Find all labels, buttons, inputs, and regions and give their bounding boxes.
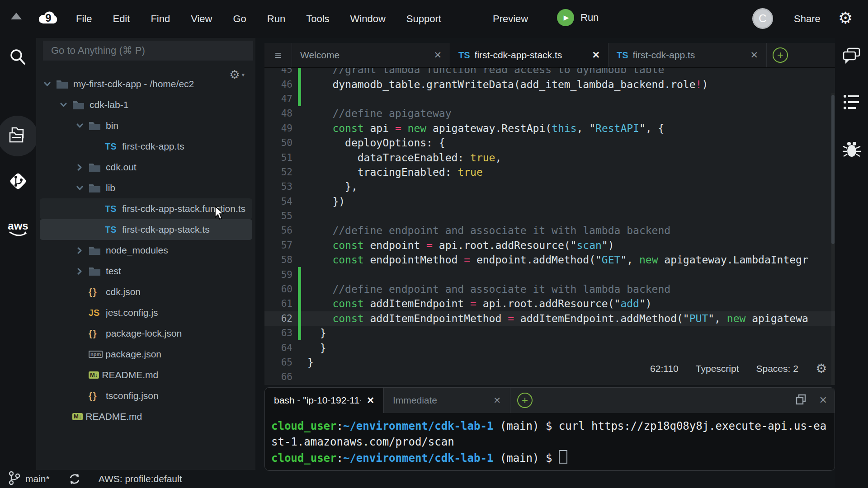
code-editor[interactable]: 45 //grant lambda function read access t… [264, 68, 835, 385]
close-panel-icon[interactable]: ✕ [819, 394, 827, 406]
run-button[interactable]: ▶ Run [557, 9, 599, 26]
line-number: 46 [264, 79, 298, 90]
tab-first-cdk-app-ts[interactable]: TSfirst-cdk-app.ts✕ [609, 43, 767, 67]
code-line-63: 63 } [264, 326, 835, 340]
git-change-bar [298, 77, 301, 91]
terminal-output[interactable]: cloud_user:~/environment/cdk-lab-1 (main… [265, 413, 835, 471]
menu-file[interactable]: File [76, 13, 92, 25]
tree-item-bin[interactable]: bin [40, 115, 252, 136]
line-number: 63 [264, 328, 298, 338]
terminal-panel: bash - "ip-10-192-11-216.✕Immediate✕+ ✕ … [264, 387, 835, 471]
chevron-right-icon[interactable] [76, 164, 89, 171]
chevron-down-icon[interactable] [43, 80, 56, 88]
git-branch-indicator[interactable]: main* [7, 470, 50, 488]
terminal-tab-bash-ip-10-192-11-216[interactable]: bash - "ip-10-192-11-216.✕ [265, 388, 384, 413]
new-terminal-button[interactable]: + [510, 388, 539, 413]
tree-item-first-cdk-app-ts[interactable]: TSfirst-cdk-app.ts [40, 136, 252, 157]
menu-edit[interactable]: Edit [113, 13, 130, 25]
collaborate-chat-icon[interactable] [835, 46, 868, 67]
scrollbar-thumb[interactable] [831, 95, 835, 244]
chevron-right-icon[interactable] [76, 267, 89, 275]
tree-item-label: lib [106, 183, 115, 193]
project-settings-gear-icon[interactable]: ⚙▾ [229, 68, 245, 82]
terminal-tab-immediate[interactable]: Immediate✕ [384, 388, 510, 413]
share-button[interactable]: Share [794, 13, 821, 25]
preferences-gear-icon[interactable]: ⚙ [838, 10, 853, 26]
menu-window[interactable]: Window [350, 13, 386, 25]
tab-label: Welcome [300, 50, 429, 61]
collapse-menubar-icon[interactable] [11, 13, 22, 19]
tree-item-readme-md[interactable]: M↓README.md [40, 365, 252, 385]
close-tab-icon[interactable]: ✕ [750, 50, 758, 61]
code-line-45: 45 //grant lambda function read access t… [264, 68, 835, 77]
cursor-position[interactable]: 62:110 [650, 363, 679, 374]
menu-run[interactable]: Run [267, 13, 285, 25]
tree-item-label: first-cdk-app-stack.function.ts [122, 203, 245, 214]
close-tab-icon[interactable]: ✕ [493, 395, 501, 406]
preview-button[interactable]: Preview [493, 13, 528, 25]
tree-item-my-first-cdk-app-home-ec2[interactable]: my-first-cdk-app - /home/ec2 [40, 74, 252, 94]
editor-scrollbar[interactable] [831, 93, 835, 385]
code-line-46: 46 dynamodb_table.grantWriteData(add_ite… [264, 77, 835, 91]
chevron-down-icon[interactable] [76, 184, 89, 192]
tab-list-menu-icon[interactable]: ≡ [264, 43, 292, 67]
close-tab-icon[interactable]: ✕ [592, 50, 600, 61]
tab-label: first-cdk-app-stack.ts [475, 50, 588, 61]
outline-list-icon[interactable] [835, 92, 868, 112]
aws-profile-status[interactable]: AWS: profile:default [99, 474, 182, 484]
menu-go[interactable]: Go [233, 13, 246, 25]
code-text: }) [301, 196, 345, 207]
cloud9-logo-icon[interactable]: 9 [37, 7, 61, 29]
markdown-icon: M↓ [72, 413, 83, 420]
file-explorer-icon[interactable] [0, 125, 36, 146]
search-icon[interactable] [0, 47, 36, 68]
maximize-panel-icon[interactable] [795, 393, 807, 408]
git-icon[interactable] [0, 170, 36, 192]
code-text: //define endpoint and associate it with … [301, 225, 670, 236]
tab-welcome[interactable]: Welcome✕ [292, 43, 450, 67]
menu-support[interactable]: Support [406, 13, 441, 25]
line-number: 53 [264, 181, 298, 192]
tree-item-jest-config-js[interactable]: JSjest.config.js [40, 302, 252, 323]
tree-item-readme-md[interactable]: M↓README.md [40, 406, 252, 427]
indent-setting[interactable]: Spaces: 2 [756, 363, 798, 374]
menu-tools[interactable]: Tools [306, 13, 329, 25]
tree-item-cdk-lab-1[interactable]: cdk-lab-1 [40, 94, 252, 115]
close-tab-icon[interactable]: ✕ [434, 50, 442, 61]
line-number: 58 [264, 254, 298, 265]
aws-icon[interactable]: aws [0, 218, 36, 240]
avatar[interactable]: C [752, 8, 773, 29]
tree-item-node-modules[interactable]: node_modules [40, 240, 252, 261]
chevron-down-icon[interactable] [60, 101, 72, 109]
close-tab-icon[interactable]: ✕ [367, 395, 374, 406]
tree-item-package-json[interactable]: npmpackage.json [40, 344, 252, 365]
goto-anything-input[interactable] [43, 41, 253, 61]
debugger-bug-icon[interactable] [835, 138, 868, 159]
git-change-bar [298, 326, 301, 340]
editor-settings-gear-icon[interactable]: ⚙ [816, 362, 827, 375]
sync-icon[interactable] [67, 471, 82, 487]
tab-first-cdk-app-stack-ts[interactable]: TSfirst-cdk-app-stack.ts✕ [450, 43, 609, 67]
code-text: const addItemEndpoint = api.root.addReso… [301, 298, 652, 310]
code-line-59: 59 [264, 267, 835, 282]
tree-item-tsconfig-json[interactable]: {}tsconfig.json [40, 385, 252, 406]
menu-view[interactable]: View [191, 13, 212, 25]
line-number: 47 [264, 94, 298, 104]
code-text: }, [301, 181, 358, 192]
new-tab-button[interactable]: + [767, 43, 794, 67]
chevron-down-icon[interactable] [76, 122, 89, 130]
line-number: 45 [264, 68, 298, 75]
tree-item-test[interactable]: test [40, 261, 252, 282]
plus-icon: + [773, 47, 788, 63]
tree-item-label: node_modules [106, 245, 168, 256]
folder-icon [56, 79, 73, 89]
folder-icon [89, 183, 106, 193]
chevron-right-icon[interactable] [76, 247, 89, 254]
menu-find[interactable]: Find [151, 13, 170, 25]
tree-item-cdk-out[interactable]: cdk.out [40, 157, 252, 178]
tree-item-lib[interactable]: lib [40, 178, 252, 198]
line-number: 61 [264, 298, 298, 309]
language-mode[interactable]: Typescript [696, 363, 739, 374]
tree-item-package-lock-json[interactable]: {}package-lock.json [40, 323, 252, 344]
tree-item-cdk-json[interactable]: {}cdk.json [40, 282, 252, 302]
